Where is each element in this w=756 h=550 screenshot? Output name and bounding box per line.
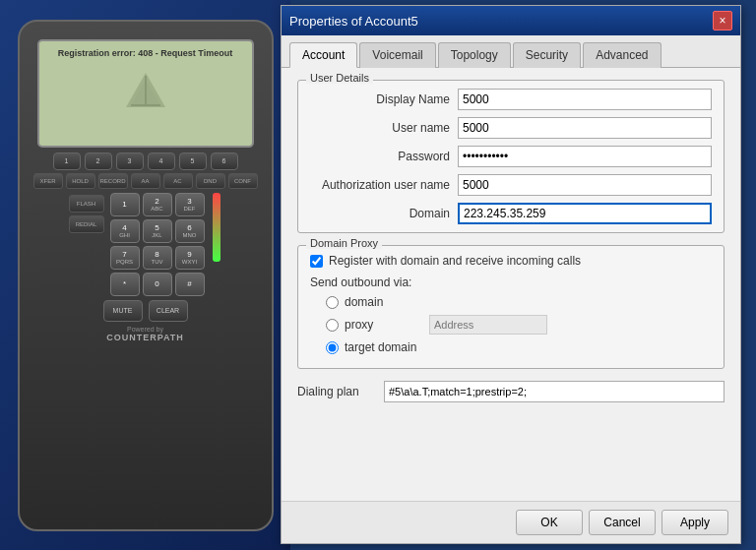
phone-record-btn[interactable]: RECORD <box>98 173 128 189</box>
outbound-domain-label: domain <box>345 295 423 309</box>
auth-username-label: Authorization user name <box>310 178 458 192</box>
username-input[interactable] <box>458 117 712 139</box>
outbound-proxy-label: proxy <box>345 318 423 332</box>
password-input[interactable] <box>458 146 712 167</box>
phone-key-8[interactable]: 8TUV <box>143 246 172 270</box>
phone-number-buttons-row: 1 2 3 4 5 6 <box>53 153 238 170</box>
auth-username-input[interactable] <box>458 174 712 196</box>
auth-username-row: Authorization user name <box>310 174 712 196</box>
phone-bottom-row: MUTE CLEAR <box>103 300 188 322</box>
phone-key-9[interactable]: 9WXYI <box>175 246 205 270</box>
tab-advanced[interactable]: Advanced <box>583 42 661 68</box>
phone-conf-btn[interactable]: CONF <box>228 173 258 189</box>
dialog-footer: OK Cancel Apply <box>282 501 740 543</box>
phone-btn-1[interactable]: 1 <box>53 153 81 170</box>
user-details-section: User Details Display Name User name Pass… <box>297 80 724 233</box>
phone-dnd-btn[interactable]: DND <box>196 173 225 189</box>
tab-account[interactable]: Account <box>289 42 357 68</box>
domain-label: Domain <box>310 207 458 220</box>
domain-row: Domain <box>310 203 712 224</box>
cancel-button[interactable]: Cancel <box>589 510 656 535</box>
phone-ac-btn[interactable]: AC <box>163 173 193 189</box>
phone-key-hash[interactable]: # <box>175 273 205 296</box>
dialog-titlebar: Properties of Account5 × <box>282 6 740 35</box>
send-outbound-label: Send outbound via: <box>310 275 712 289</box>
phone-device: Registration error: 408 - Request Timeou… <box>18 20 274 531</box>
phone-key-6[interactable]: 6MNO <box>175 219 205 243</box>
dialing-plan-row: Dialing plan <box>297 381 724 402</box>
outbound-domain-row: domain <box>310 295 712 309</box>
phone-logo <box>116 63 175 122</box>
phone-key-4[interactable]: 4GHI <box>110 219 140 243</box>
phone-brand: Powered by COUNTERPATH <box>106 326 184 342</box>
phone-key-7[interactable]: 7PQRS <box>110 246 140 270</box>
user-details-label: User Details <box>306 72 373 84</box>
phone-btn-5[interactable]: 5 <box>179 153 207 170</box>
domain-proxy-label: Domain Proxy <box>306 237 382 249</box>
phone-screen-text: Registration error: 408 - Request Timeou… <box>58 48 232 58</box>
phone-btn-4[interactable]: 4 <box>148 153 175 170</box>
password-row: Password <box>310 146 712 167</box>
dialog-content: User Details Display Name User name Pass… <box>282 68 740 501</box>
display-name-input[interactable] <box>458 89 712 110</box>
phone-screen: Registration error: 408 - Request Timeou… <box>37 39 254 148</box>
phone-brand-powered: Powered by <box>106 326 184 333</box>
apply-button[interactable]: Apply <box>662 510 728 535</box>
display-name-row: Display Name <box>310 89 712 110</box>
outbound-target-radio[interactable] <box>326 341 339 354</box>
username-label: User name <box>310 121 458 135</box>
dialog-close-button[interactable]: × <box>713 11 732 31</box>
dialog-title: Properties of Account5 <box>289 14 418 29</box>
properties-dialog: Properties of Account5 × Account Voicema… <box>281 5 741 544</box>
tab-voicemail[interactable]: Voicemail <box>359 42 435 68</box>
phone-key-0[interactable]: 0 <box>143 273 172 296</box>
display-name-label: Display Name <box>310 92 458 106</box>
outbound-proxy-row: proxy <box>310 315 712 335</box>
dialing-plan-input[interactable] <box>384 381 724 402</box>
phone-key-2[interactable]: 2ABC <box>143 193 172 216</box>
outbound-target-row: target domain <box>310 340 712 354</box>
phone-mute-button[interactable]: MUTE <box>103 300 143 322</box>
phone-key-1[interactable]: 1 <box>110 193 140 216</box>
phone-key-5[interactable]: 5JKL <box>143 219 172 243</box>
phone-btn-3[interactable]: 3 <box>116 153 144 170</box>
dialog-tabs: Account Voicemail Topology Security Adva… <box>282 35 740 68</box>
domain-proxy-section: Domain Proxy Register with domain and re… <box>297 245 724 369</box>
outbound-proxy-radio[interactable] <box>326 319 339 332</box>
phone-aa-btn[interactable]: AA <box>131 173 160 189</box>
phone-key-star[interactable]: * <box>110 273 140 296</box>
phone-volume-bar <box>213 193 220 262</box>
outbound-target-label: target domain <box>345 340 423 354</box>
phone-background: Registration error: 408 - Request Timeou… <box>0 0 290 550</box>
dialing-plan-label: Dialing plan <box>297 385 376 398</box>
tab-topology[interactable]: Topology <box>438 42 511 68</box>
phone-func-row: XFER HOLD RECORD AA AC DND CONF <box>33 173 258 189</box>
outbound-proxy-address-input[interactable] <box>429 315 547 335</box>
phone-xfer-btn[interactable]: XFER <box>33 173 63 189</box>
ok-button[interactable]: OK <box>516 510 583 535</box>
phone-flash-btn[interactable]: FLASH <box>69 195 104 213</box>
phone-clear-button[interactable]: CLEAR <box>149 300 188 322</box>
phone-keypad-area: FLASH REDIAL 1 2ABC 3DEF 4GHI 5JKL 6MNO … <box>69 193 222 296</box>
phone-brand-name: COUNTERPATH <box>106 333 184 342</box>
phone-redial-btn[interactable]: REDIAL <box>69 215 104 233</box>
outbound-domain-radio[interactable] <box>326 296 339 309</box>
phone-btn-2[interactable]: 2 <box>85 153 112 170</box>
phone-right-side <box>211 193 222 262</box>
phone-hold-btn[interactable]: HOLD <box>66 173 95 189</box>
phone-key-3[interactable]: 3DEF <box>175 193 205 216</box>
register-checkbox[interactable] <box>310 255 323 268</box>
register-label: Register with domain and receive incomin… <box>329 254 581 268</box>
domain-input[interactable] <box>458 203 712 224</box>
password-label: Password <box>310 150 458 163</box>
register-checkbox-row: Register with domain and receive incomin… <box>310 254 712 268</box>
phone-btn-6[interactable]: 6 <box>211 153 238 170</box>
tab-security[interactable]: Security <box>513 42 581 68</box>
username-row: User name <box>310 117 712 139</box>
phone-left-side: FLASH REDIAL <box>69 195 104 233</box>
phone-keypad: 1 2ABC 3DEF 4GHI 5JKL 6MNO 7PQRS 8TUV 9W… <box>110 193 205 296</box>
